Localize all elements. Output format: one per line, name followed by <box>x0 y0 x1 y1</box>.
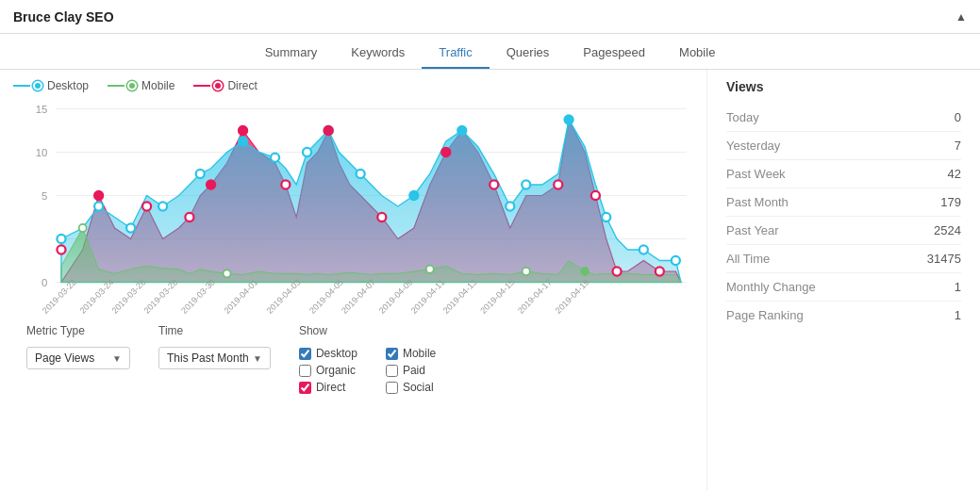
checkbox-paid-input[interactable] <box>386 365 398 377</box>
views-row: Today0 <box>726 104 961 132</box>
views-row: Past Month179 <box>726 188 961 217</box>
svg-point-18 <box>357 170 365 178</box>
svg-text:2019-04-03: 2019-04-03 <box>265 277 303 315</box>
svg-point-24 <box>602 213 610 221</box>
legend-direct-label: Direct <box>227 79 257 92</box>
metric-type-select[interactable]: Page Views <box>35 351 108 365</box>
chart-legend: Desktop Mobile Direct <box>13 79 697 92</box>
svg-point-21 <box>506 202 514 210</box>
tab-mobile[interactable]: Mobile <box>662 38 732 69</box>
svg-point-19 <box>409 191 418 200</box>
tab-bar: Summary Keywords Traffic Queries Pagespe… <box>0 34 980 70</box>
checkbox-social: Social <box>386 381 444 394</box>
svg-point-44 <box>426 266 434 273</box>
svg-text:5: 5 <box>42 190 47 202</box>
app-title: Bruce Clay SEO <box>13 9 114 24</box>
svg-text:2019-04-15: 2019-04-15 <box>478 277 516 315</box>
views-rows: Today0Yesterday7Past Week42Past Month179… <box>726 104 961 329</box>
views-row: All Time31475 <box>726 245 961 273</box>
svg-point-29 <box>142 202 151 210</box>
checkbox-direct-input[interactable] <box>299 382 311 394</box>
views-row-label: Page Ranking <box>726 308 804 322</box>
views-row-label: All Time <box>726 252 770 266</box>
legend-desktop-label: Desktop <box>47 79 89 92</box>
views-row: Past Year2524 <box>726 217 961 245</box>
tab-queries[interactable]: Queries <box>490 38 567 69</box>
svg-point-42 <box>79 224 87 232</box>
svg-point-27 <box>57 245 65 253</box>
show-group: Show Desktop Mobile Organic <box>299 324 444 394</box>
checkbox-organic-input[interactable] <box>299 365 311 377</box>
svg-point-45 <box>523 268 530 275</box>
views-row-label: Yesterday <box>726 139 780 153</box>
svg-text:2019-04-07: 2019-04-07 <box>340 277 377 315</box>
tab-pagespeed[interactable]: Pagespeed <box>566 38 662 69</box>
svg-point-31 <box>207 180 215 188</box>
checkbox-desktop-input[interactable] <box>299 348 311 360</box>
svg-point-35 <box>377 213 386 221</box>
legend-mobile: Mobile <box>108 79 174 92</box>
header: Bruce Clay SEO ▲ <box>0 0 980 34</box>
svg-text:10: 10 <box>36 147 48 158</box>
svg-point-32 <box>239 126 247 135</box>
svg-point-46 <box>581 268 589 275</box>
controls-bar: Metric Type Page Views ▼ Time This Past … <box>13 315 697 400</box>
svg-point-28 <box>94 191 103 200</box>
checkbox-desktop-label: Desktop <box>316 347 357 360</box>
time-group: Time This Past Month ▼ <box>158 324 271 369</box>
views-row: Page Ranking1 <box>726 302 961 329</box>
svg-point-39 <box>591 191 600 200</box>
views-row-value: 179 <box>940 195 961 209</box>
metric-type-arrow: ▼ <box>112 353 122 364</box>
views-row-value: 1 <box>955 308 961 322</box>
svg-point-14 <box>239 137 247 145</box>
views-row: Past Week42 <box>726 160 961 188</box>
checkbox-organic-label: Organic <box>316 364 356 377</box>
metric-type-label: Metric Type <box>26 324 130 337</box>
svg-point-38 <box>554 180 562 188</box>
svg-text:2019-04-19: 2019-04-19 <box>554 277 591 315</box>
views-row-value: 31475 <box>927 252 961 266</box>
views-row: Yesterday7 <box>726 132 961 160</box>
checkbox-grid: Desktop Mobile Organic Paid <box>299 347 444 394</box>
time-select-wrap[interactable]: This Past Month ▼ <box>158 347 271 369</box>
svg-point-43 <box>224 270 231 277</box>
legend-mobile-label: Mobile <box>141 79 174 92</box>
svg-point-22 <box>522 180 530 188</box>
tab-traffic[interactable]: Traffic <box>422 38 489 69</box>
time-arrow: ▼ <box>253 353 262 364</box>
checkbox-direct: Direct <box>299 381 357 394</box>
checkbox-paid: Paid <box>386 364 444 377</box>
tab-keywords[interactable]: Keywords <box>334 38 422 69</box>
main-content: Desktop Mobile Direct <box>0 70 980 490</box>
svg-point-23 <box>565 115 573 123</box>
checkbox-mobile-input[interactable] <box>386 348 398 360</box>
svg-text:2019-04-13: 2019-04-13 <box>441 277 479 315</box>
tab-summary[interactable]: Summary <box>248 38 335 69</box>
chart-container: 15 10 5 0 <box>13 98 697 315</box>
svg-point-40 <box>613 267 622 275</box>
chart-area: Desktop Mobile Direct <box>0 70 706 490</box>
svg-point-36 <box>441 148 450 156</box>
views-row-label: Monthly Change <box>726 280 816 294</box>
collapse-arrow[interactable]: ▲ <box>955 10 967 24</box>
views-row-label: Past Week <box>726 167 786 181</box>
svg-text:2019-03-28: 2019-03-28 <box>142 277 180 315</box>
show-label: Show <box>299 324 444 337</box>
views-title: Views <box>726 79 961 94</box>
time-select[interactable]: This Past Month <box>167 351 249 365</box>
svg-text:2019-04-01: 2019-04-01 <box>223 277 260 315</box>
views-row-label: Past Year <box>726 223 779 237</box>
views-row-value: 1 <box>955 280 961 294</box>
checkbox-desktop: Desktop <box>299 347 357 360</box>
svg-point-41 <box>656 267 664 275</box>
svg-point-15 <box>271 154 279 162</box>
svg-point-20 <box>457 126 466 135</box>
metric-type-select-wrap[interactable]: Page Views ▼ <box>26 347 130 369</box>
checkbox-social-input[interactable] <box>386 382 398 394</box>
svg-point-13 <box>196 170 205 178</box>
views-panel: Views Today0Yesterday7Past Week42Past Mo… <box>706 70 980 490</box>
checkbox-social-label: Social <box>403 381 434 394</box>
svg-text:2019-03-30: 2019-03-30 <box>179 277 217 315</box>
svg-point-16 <box>303 148 311 156</box>
